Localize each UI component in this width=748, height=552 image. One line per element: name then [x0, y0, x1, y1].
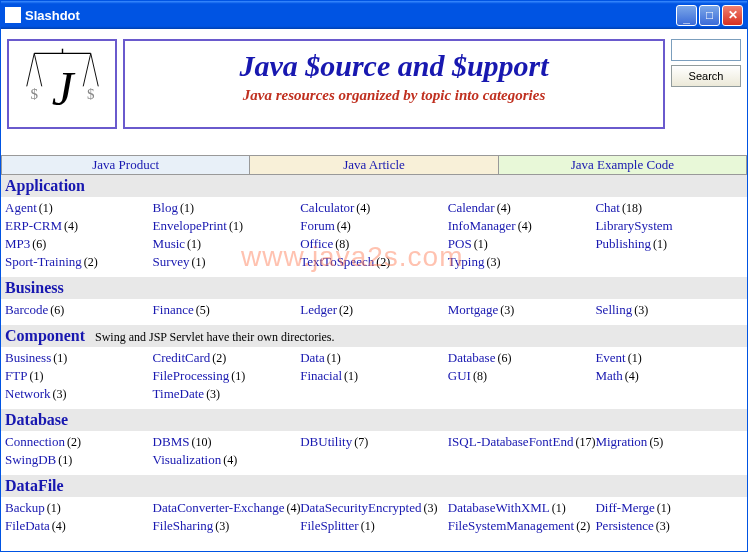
count: (8): [473, 369, 487, 383]
tab-java-example-code[interactable]: Java Example Code: [499, 156, 747, 174]
count: (1): [180, 201, 194, 215]
category-link[interactable]: FileData: [5, 518, 50, 533]
count: (4): [356, 201, 370, 215]
category-link[interactable]: Mortgage: [448, 302, 499, 317]
category-link[interactable]: ISQL-DatabaseFontEnd: [448, 434, 574, 449]
count: (1): [187, 237, 201, 251]
category-link[interactable]: MP3: [5, 236, 30, 251]
category-link[interactable]: Network: [5, 386, 51, 401]
count: (2): [576, 519, 590, 533]
count: (4): [286, 501, 300, 515]
category-link[interactable]: Publishing: [595, 236, 651, 251]
category-link[interactable]: Agent: [5, 200, 37, 215]
count: (2): [84, 255, 98, 269]
count: (1): [327, 351, 341, 365]
category-link[interactable]: InfoManager: [448, 218, 516, 233]
link-row: MP3(6)Music(1)Office(8)POS(1)Publishing(…: [5, 235, 743, 253]
category-link[interactable]: FileSplitter: [300, 518, 359, 533]
category-link[interactable]: Sport-Training: [5, 254, 82, 269]
category-link[interactable]: DBMS: [153, 434, 190, 449]
category-link[interactable]: Ledger: [300, 302, 337, 317]
search-button[interactable]: Search: [671, 65, 741, 87]
category-link[interactable]: EnvelopePrint: [153, 218, 227, 233]
category-link[interactable]: FileSystemManagement: [448, 518, 574, 533]
category-link[interactable]: CreditCard: [153, 350, 211, 365]
category-link[interactable]: LibrarySystem: [595, 218, 672, 233]
window-title: Slashdot: [25, 8, 676, 23]
category-link[interactable]: FileProcessing: [153, 368, 230, 383]
link-cell: Diff-Merge(1): [595, 499, 743, 517]
link-cell: [300, 385, 448, 403]
link-cell: CreditCard(2): [153, 349, 301, 367]
category-link[interactable]: Calculator: [300, 200, 354, 215]
link-cell: [595, 451, 743, 469]
minimize-button[interactable]: _: [676, 5, 697, 26]
category-link[interactable]: Selling: [595, 302, 632, 317]
category-link[interactable]: Survey: [153, 254, 190, 269]
link-cell: Migration(5): [595, 433, 743, 451]
category-link[interactable]: SwingDB: [5, 452, 56, 467]
section-header: Business: [1, 277, 747, 299]
category-link[interactable]: Finance: [153, 302, 194, 317]
count: (18): [622, 201, 642, 215]
svg-text:J: J: [51, 61, 75, 116]
category-link[interactable]: TextToSpeech: [300, 254, 374, 269]
category-link[interactable]: DataConverter-Exchange: [153, 500, 285, 515]
category-link[interactable]: Chat: [595, 200, 620, 215]
category-link[interactable]: Connection: [5, 434, 65, 449]
count: (2): [212, 351, 226, 365]
category-link[interactable]: FileSharing: [153, 518, 214, 533]
category-link[interactable]: Data: [300, 350, 325, 365]
category-link[interactable]: Database: [448, 350, 496, 365]
link-cell: ERP-CRM(4): [5, 217, 153, 235]
link-cell: Connection(2): [5, 433, 153, 451]
count: (4): [497, 201, 511, 215]
category-link[interactable]: Migration: [595, 434, 647, 449]
category-link[interactable]: Diff-Merge: [595, 500, 654, 515]
link-cell: EnvelopePrint(1): [153, 217, 301, 235]
link-cell: Survey(1): [153, 253, 301, 271]
category-link[interactable]: DatabaseWithXML: [448, 500, 550, 515]
link-cell: TextToSpeech(2): [300, 253, 448, 271]
category-link[interactable]: Persistence: [595, 518, 653, 533]
link-row: FTP(1)FileProcessing(1)Finacial(1)GUI(8)…: [5, 367, 743, 385]
search-input[interactable]: [671, 39, 741, 61]
category-link[interactable]: DataSecurityEncrypted: [300, 500, 421, 515]
category-link[interactable]: Calendar: [448, 200, 495, 215]
link-row: Business(1)CreditCard(2)Data(1)Database(…: [5, 349, 743, 367]
category-link[interactable]: FTP: [5, 368, 27, 383]
link-cell: [448, 385, 596, 403]
count: (4): [223, 453, 237, 467]
count: (7): [354, 435, 368, 449]
tab-java-product[interactable]: Java Product: [1, 156, 250, 174]
category-link[interactable]: Typing: [448, 254, 485, 269]
tab-java-article[interactable]: Java Article: [250, 156, 498, 174]
link-cell: Math(4): [595, 367, 743, 385]
section-title: Application: [5, 177, 85, 195]
link-cell: [595, 253, 743, 271]
category-link[interactable]: DBUtility: [300, 434, 352, 449]
link-cell: MP3(6): [5, 235, 153, 253]
close-button[interactable]: ✕: [722, 5, 743, 26]
link-cell: DataSecurityEncrypted(3): [300, 499, 448, 517]
titlebar: Slashdot _ □ ✕: [1, 1, 747, 29]
category-link[interactable]: Office: [300, 236, 333, 251]
maximize-button[interactable]: □: [699, 5, 720, 26]
category-link[interactable]: Visualization: [153, 452, 222, 467]
category-link[interactable]: Blog: [153, 200, 178, 215]
category-link[interactable]: Backup: [5, 500, 45, 515]
category-link[interactable]: ERP-CRM: [5, 218, 62, 233]
svg-line-5: [90, 53, 98, 86]
category-link[interactable]: Music: [153, 236, 186, 251]
category-link[interactable]: Barcode: [5, 302, 48, 317]
category-link[interactable]: TimeDate: [153, 386, 205, 401]
category-link[interactable]: Business: [5, 350, 51, 365]
category-link[interactable]: Finacial: [300, 368, 342, 383]
category-link[interactable]: GUI: [448, 368, 471, 383]
category-link[interactable]: Event: [595, 350, 625, 365]
count: (4): [64, 219, 78, 233]
category-link[interactable]: Forum: [300, 218, 335, 233]
category-link[interactable]: Math: [595, 368, 622, 383]
category-link[interactable]: POS: [448, 236, 472, 251]
section-header: DataFile: [1, 475, 747, 497]
